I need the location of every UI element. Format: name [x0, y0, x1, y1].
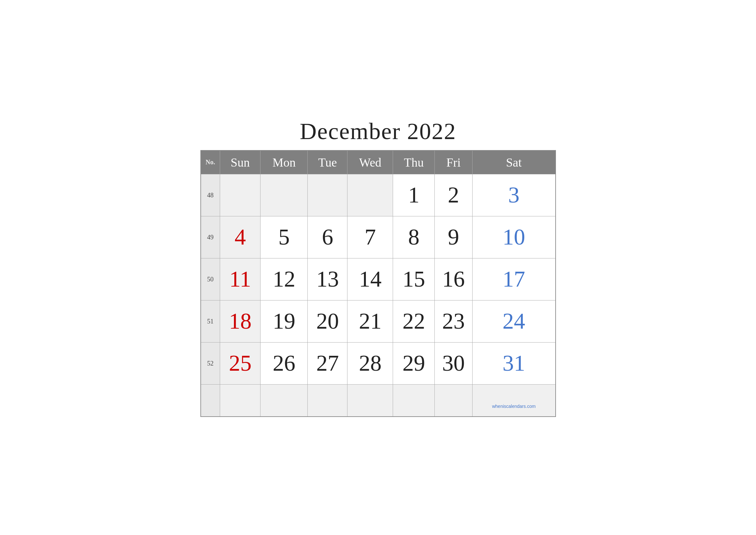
- day-cell: 29: [393, 342, 435, 384]
- day-cell: 6: [308, 216, 347, 258]
- empty-day-cell: [393, 384, 435, 417]
- day-cell: 2: [435, 174, 472, 216]
- table-row: 5011121314151617: [201, 258, 555, 300]
- day-cell: 5: [260, 216, 308, 258]
- week-number: 50: [201, 258, 220, 300]
- header-no: No.: [201, 151, 220, 174]
- week-number: 52: [201, 342, 220, 384]
- day-cell: 17: [472, 258, 555, 300]
- empty-day-cell: [308, 384, 347, 417]
- day-cell: 24: [472, 300, 555, 342]
- day-cell: 18: [220, 300, 260, 342]
- day-cell: [260, 174, 308, 216]
- day-cell: 28: [347, 342, 393, 384]
- day-cell: 12: [260, 258, 308, 300]
- day-cell: 15: [393, 258, 435, 300]
- header-thu: Thu: [393, 151, 435, 174]
- day-cell: 16: [435, 258, 472, 300]
- week-number: 51: [201, 300, 220, 342]
- table-row: 5225262728293031: [201, 342, 555, 384]
- day-cell: 7: [347, 216, 393, 258]
- empty-week-cell: [201, 384, 220, 417]
- day-cell: 3: [472, 174, 555, 216]
- empty-day-cell: [220, 384, 260, 417]
- day-cell: 22: [393, 300, 435, 342]
- calendar-table: No. Sun Mon Tue Wed Thu Fri Sat 48123494…: [201, 150, 556, 417]
- calendar-body: 4812349456789105011121314151617511819202…: [201, 174, 555, 417]
- header-sun: Sun: [220, 151, 260, 174]
- day-cell: 26: [260, 342, 308, 384]
- empty-day-cell: [347, 384, 393, 417]
- day-cell: 13: [308, 258, 347, 300]
- calendar-container: December 2022 No. Sun Mon Tue Wed Thu Fr…: [201, 118, 556, 417]
- watermark-cell: wheniscalendars.com: [472, 384, 555, 417]
- day-cell: 21: [347, 300, 393, 342]
- day-cell: 23: [435, 300, 472, 342]
- table-row: 5118192021222324: [201, 300, 555, 342]
- day-cell: 31: [472, 342, 555, 384]
- calendar-title: December 2022: [201, 118, 556, 145]
- week-number: 49: [201, 216, 220, 258]
- empty-row: wheniscalendars.com: [201, 384, 555, 417]
- day-cell: 10: [472, 216, 555, 258]
- table-row: 48123: [201, 174, 555, 216]
- header-fri: Fri: [435, 151, 472, 174]
- day-cell: [347, 174, 393, 216]
- header-mon: Mon: [260, 151, 308, 174]
- day-cell: 8: [393, 216, 435, 258]
- empty-day-cell: [435, 384, 472, 417]
- day-cell: [308, 174, 347, 216]
- watermark-text: wheniscalendars.com: [492, 404, 536, 409]
- day-cell: 20: [308, 300, 347, 342]
- header-tue: Tue: [308, 151, 347, 174]
- day-cell: 11: [220, 258, 260, 300]
- week-number: 48: [201, 174, 220, 216]
- day-cell: [220, 174, 260, 216]
- table-row: 4945678910: [201, 216, 555, 258]
- day-cell: 9: [435, 216, 472, 258]
- header-row: No. Sun Mon Tue Wed Thu Fri Sat: [201, 151, 555, 174]
- day-cell: 4: [220, 216, 260, 258]
- day-cell: 1: [393, 174, 435, 216]
- header-wed: Wed: [347, 151, 393, 174]
- day-cell: 14: [347, 258, 393, 300]
- day-cell: 30: [435, 342, 472, 384]
- day-cell: 19: [260, 300, 308, 342]
- day-cell: 27: [308, 342, 347, 384]
- header-sat: Sat: [472, 151, 555, 174]
- empty-day-cell: [260, 384, 308, 417]
- day-cell: 25: [220, 342, 260, 384]
